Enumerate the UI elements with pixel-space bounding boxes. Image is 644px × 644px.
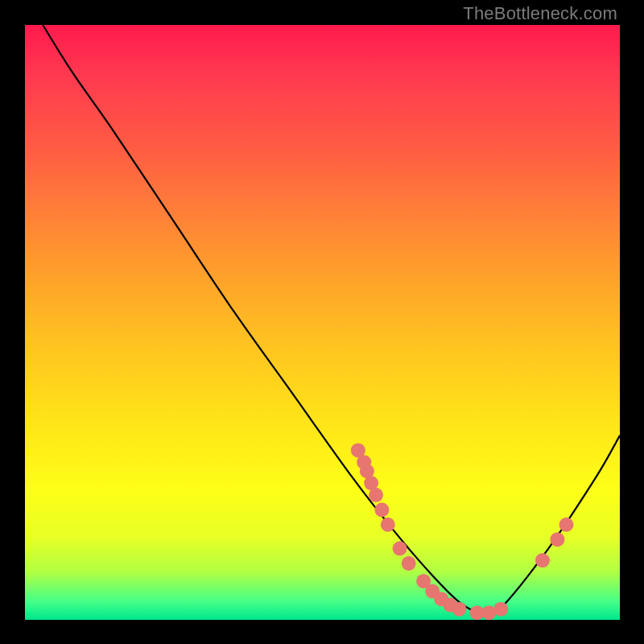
chart-svg xyxy=(0,0,644,644)
scatter-point xyxy=(559,518,573,532)
chart-frame: TheBottleneck.com xyxy=(0,0,644,644)
scatter-point xyxy=(550,532,564,547)
scatter-point xyxy=(393,541,407,555)
scatter-point xyxy=(493,602,508,617)
scatter-point xyxy=(402,556,416,571)
scatter-layer xyxy=(351,443,574,620)
bottleneck-curve xyxy=(43,25,620,615)
scatter-point xyxy=(369,488,383,502)
curve-layer xyxy=(43,25,620,615)
scatter-point xyxy=(381,518,395,532)
scatter-point xyxy=(452,602,466,617)
scatter-point xyxy=(535,553,550,568)
scatter-point xyxy=(374,502,389,517)
